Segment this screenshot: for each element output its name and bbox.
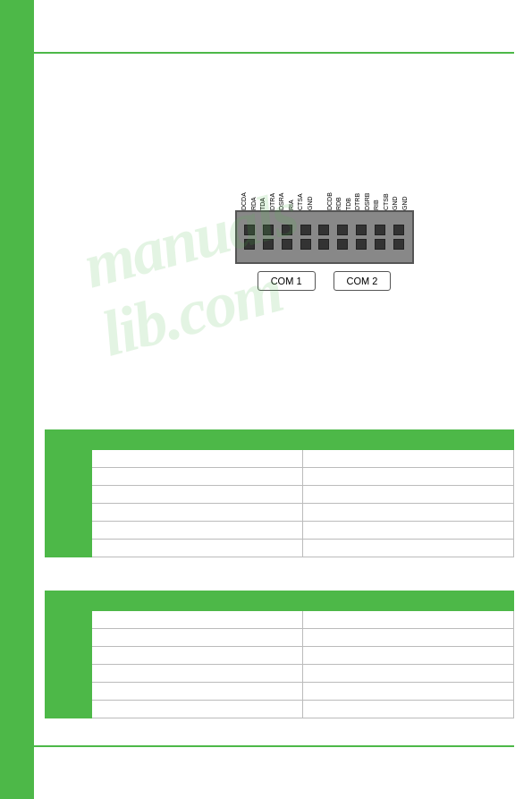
left-sidebar (0, 0, 34, 799)
table-section-2 (45, 591, 514, 718)
pin-socket (300, 225, 311, 235)
row-desc (303, 683, 514, 701)
bottom-line (34, 745, 514, 747)
row-desc (303, 468, 514, 486)
connector-body (235, 210, 414, 264)
row-signal (92, 629, 303, 647)
header-desc (303, 430, 514, 450)
row-desc (303, 611, 514, 629)
table-row (46, 522, 514, 540)
row-green (46, 611, 92, 629)
row-green (46, 665, 92, 683)
pin-socket (393, 239, 404, 250)
table-row (46, 540, 514, 557)
row-green (46, 701, 92, 718)
row-green (46, 450, 92, 468)
pin-socket (337, 225, 348, 235)
pin-socket (282, 239, 292, 250)
top-line (34, 52, 514, 54)
pin-label-dcda: DCDA (241, 148, 247, 210)
pin-socket (356, 225, 367, 235)
row-green (46, 647, 92, 665)
row-desc (303, 450, 514, 468)
pin-row-bottom (241, 239, 409, 250)
row-signal (92, 701, 303, 718)
row-desc (303, 647, 514, 665)
pin-label-ctsb: CTSB (383, 148, 389, 210)
pin-label-dsra: DSRA (278, 148, 284, 210)
header-desc (303, 591, 514, 611)
row-signal (92, 450, 303, 468)
row-signal (92, 683, 303, 701)
pin-label-rdb: RDB (335, 148, 342, 210)
table-section-1 (45, 429, 514, 557)
header-signal (92, 430, 303, 450)
pin-label-tda: TDA (259, 148, 266, 210)
row-green (46, 468, 92, 486)
row-green (46, 540, 92, 557)
row-desc (303, 486, 514, 504)
pin-label-ctsa: CTSA (297, 148, 303, 210)
row-signal (92, 522, 303, 540)
row-desc (303, 522, 514, 540)
table-row (46, 665, 514, 683)
pin-socket (318, 225, 329, 235)
table-row (46, 486, 514, 504)
pin-label-tdb: TDB (345, 148, 351, 210)
row-signal (92, 486, 303, 504)
row-green (46, 683, 92, 701)
header-green-col (46, 430, 92, 450)
row-green (46, 504, 92, 522)
row-signal (92, 611, 303, 629)
row-desc (303, 504, 514, 522)
table-row (46, 647, 514, 665)
connector-area: DCDA RDA TDA DTRA DSRA RIA CTSA GND DCDB… (134, 139, 514, 291)
com1-button[interactable]: COM 1 (258, 271, 316, 291)
table-2 (45, 591, 514, 718)
row-desc (303, 540, 514, 557)
pin-label-gnd3: GND (401, 148, 408, 210)
table-row (46, 701, 514, 718)
pin-label-dtrb: DTRB (354, 148, 360, 210)
row-signal (92, 468, 303, 486)
row-green (46, 522, 92, 540)
pins-rows (241, 225, 409, 250)
table-1 (45, 429, 514, 557)
pin-socket (393, 225, 404, 235)
pin-socket (300, 239, 311, 250)
pin-socket (244, 239, 255, 250)
header-signal (92, 591, 303, 611)
table-row (46, 611, 514, 629)
row-signal (92, 504, 303, 522)
row-green (46, 629, 92, 647)
pin-socket (282, 225, 292, 235)
table-header-row (46, 591, 514, 611)
table-row (46, 629, 514, 647)
table-row (46, 504, 514, 522)
pin-label-ria: RIA (288, 148, 294, 210)
row-desc (303, 701, 514, 718)
pin-socket (375, 239, 385, 250)
row-signal (92, 540, 303, 557)
row-desc (303, 665, 514, 683)
table-row (46, 468, 514, 486)
row-green (46, 486, 92, 504)
pin-socket (337, 239, 348, 250)
pin-socket (263, 239, 274, 250)
row-signal (92, 665, 303, 683)
pin-socket (318, 239, 329, 250)
header-green-col (46, 591, 92, 611)
com2-button[interactable]: COM 2 (334, 271, 392, 291)
pin-row-top (241, 225, 409, 235)
pin-socket (244, 225, 255, 235)
pin-label-gnd1: GND (307, 148, 313, 210)
table-row (46, 450, 514, 468)
table-header-row (46, 430, 514, 450)
pin-labels: DCDA RDA TDA DTRA DSRA RIA CTSA GND DCDB… (235, 139, 414, 210)
pin-label-rda: RDA (250, 148, 257, 210)
table-row (46, 683, 514, 701)
pin-label-dsrb: DSRB (364, 148, 370, 210)
row-signal (92, 647, 303, 665)
com-buttons: COM 1 COM 2 (235, 271, 414, 291)
pin-label-rib: RIB (373, 148, 379, 210)
